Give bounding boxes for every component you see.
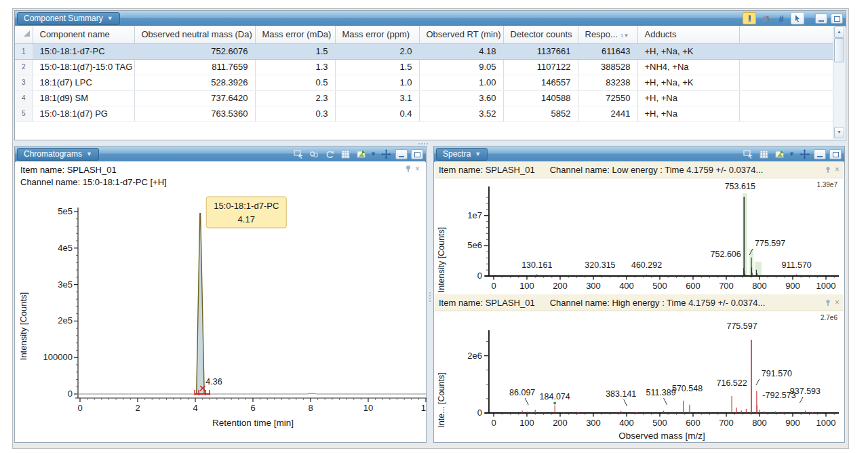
svg-text:130.161: 130.161 <box>521 260 552 270</box>
svg-text:12: 12 <box>421 403 427 413</box>
chromatograms-menu[interactable]: Chromatograms ▼ <box>17 148 99 161</box>
corner-triangle-icon <box>22 28 31 38</box>
show-table-icon[interactable] <box>757 149 770 159</box>
show-table-icon[interactable] <box>339 149 351 159</box>
svg-text:300: 300 <box>586 281 601 291</box>
close-icon[interactable]: × <box>835 299 840 306</box>
column-header-label: Detector counts <box>511 29 572 39</box>
column-header-8[interactable]: Adducts <box>637 26 739 43</box>
svg-text:400: 400 <box>619 418 634 428</box>
undo-zoom-icon[interactable] <box>323 149 336 159</box>
high-energy-header: Item name: SPLASH_01 Channel name: High … <box>435 294 844 311</box>
highlight-component-icon[interactable] <box>743 12 756 24</box>
table-cell: 3.52 <box>419 106 503 121</box>
table-cell: 811.7659 <box>134 59 255 75</box>
horizontal-splitter[interactable] <box>14 140 846 146</box>
table-cell: 763.5360 <box>134 106 255 121</box>
table-cell: 2441 <box>578 106 637 121</box>
vertical-splitter[interactable] <box>427 146 433 443</box>
column-header-5[interactable]: Observed RT (min) <box>419 26 503 43</box>
pin-icon[interactable] <box>825 166 831 174</box>
chromatograms-title: Chromatograms <box>24 149 82 159</box>
row-number: 2 <box>15 59 33 75</box>
export-dropdown-icon[interactable]: ▼ <box>370 151 376 157</box>
table-cell: 5852 <box>503 106 578 121</box>
svg-text:500: 500 <box>652 281 667 291</box>
table-cell: 140588 <box>503 90 578 106</box>
pin-icon[interactable] <box>825 299 831 307</box>
table-cell: 1107122 <box>503 59 578 75</box>
svg-text:716.522: 716.522 <box>717 378 747 388</box>
table-cell: 2.3 <box>255 90 335 106</box>
splitter-grip[interactable] <box>414 142 432 145</box>
table-cell: 611643 <box>578 43 637 59</box>
scroll-up-button[interactable]: ▲ <box>834 26 844 38</box>
svg-text:2e6: 2e6 <box>467 351 482 361</box>
svg-text:15:0-18:1-d7-PC: 15:0-18:1-d7-PC <box>214 201 279 211</box>
spectra-menu[interactable]: Spectra ▼ <box>436 148 488 161</box>
pin-icon[interactable] <box>405 165 412 173</box>
svg-text:0: 0 <box>68 389 73 399</box>
table-cell: 1.5 <box>255 43 335 59</box>
high-energy-spectrum-plot[interactable]: 02e601002003004005006007008009001000Inte… <box>435 311 845 441</box>
select-all-corner[interactable] <box>15 26 33 43</box>
minimize-button[interactable] <box>815 14 827 24</box>
legend-icon[interactable] <box>760 13 772 24</box>
low-energy-spectrum-plot[interactable]: 05e61e701002003004005006007008009001000I… <box>435 178 845 294</box>
svg-text:2: 2 <box>135 403 140 413</box>
restore-button[interactable] <box>411 149 423 159</box>
table-row[interactable]: 418:1(d9) SM737.64202.33.13.601405887255… <box>15 90 834 106</box>
table-scrollbar[interactable]: ▲ ▼ <box>833 26 845 139</box>
link-plots-icon[interactable] <box>308 149 320 159</box>
splitter-grip[interactable] <box>428 288 431 306</box>
summary-table: Component nameObserved neutral mass (Da)… <box>15 26 834 122</box>
pointer-tool-icon[interactable] <box>791 12 804 24</box>
svg-text:0: 0 <box>477 271 482 281</box>
table-row[interactable]: 215:0-18:1(d7)-15:0 TAG811.76591.31.59.0… <box>15 59 834 75</box>
plot-controls: × <box>405 165 420 173</box>
zoom-select-icon[interactable] <box>742 149 754 159</box>
table-row[interactable]: 515:0-18:1(d7) PG763.53600.30.43.5258522… <box>15 106 834 121</box>
svg-text:Observed mass [m/z]: Observed mass [m/z] <box>618 431 705 441</box>
scroll-down-button[interactable]: ▼ <box>834 127 844 138</box>
svg-text:3e5: 3e5 <box>58 279 73 290</box>
table-row[interactable]: 318:1(d7) LPC528.39260.51.01.00146557832… <box>15 75 834 90</box>
close-icon[interactable]: × <box>415 165 420 172</box>
close-icon[interactable]: × <box>835 166 840 173</box>
column-header-1[interactable]: Component name <box>33 26 134 43</box>
export-image-icon[interactable] <box>773 149 785 159</box>
table-cell: 528.3926 <box>134 75 255 90</box>
column-header-7[interactable]: Respo...1▼ <box>578 26 637 43</box>
restore-button[interactable] <box>831 14 843 24</box>
component-summary-menu[interactable]: Component Summary ▼ <box>17 12 120 25</box>
svg-text:383.141: 383.141 <box>606 389 636 399</box>
chromatogram-plot[interactable]: 01000002e53e54e55e5Intensity [Counts]024… <box>16 187 427 442</box>
pan-icon[interactable] <box>798 149 810 159</box>
column-header-4[interactable]: Mass error (ppm) <box>335 26 419 43</box>
svg-text:200: 200 <box>553 281 568 291</box>
table-cell: 0.5 <box>255 75 335 90</box>
svg-text:775.597: 775.597 <box>726 321 757 331</box>
table-row[interactable]: 115:0-18:1-d7-PC752.60761.52.04.18113766… <box>15 43 834 59</box>
restore-button[interactable] <box>829 149 842 159</box>
export-dropdown-icon[interactable]: ▼ <box>789 151 795 157</box>
column-header-3[interactable]: Mass error (mDa) <box>255 26 335 43</box>
minimize-button[interactable] <box>814 149 826 159</box>
svg-text:200: 200 <box>553 418 568 428</box>
export-image-icon[interactable] <box>355 149 367 159</box>
pan-icon[interactable] <box>380 149 392 159</box>
svg-text:600: 600 <box>686 418 701 428</box>
minimize-button[interactable] <box>395 149 408 159</box>
table-cell: 15:0-18:1(d7)-15:0 TAG <box>33 59 134 75</box>
row-number: 3 <box>15 75 33 90</box>
scroll-thumb[interactable] <box>834 38 844 62</box>
table-cell: 1.00 <box>419 75 503 90</box>
svg-text:1000: 1000 <box>816 281 836 291</box>
number-format-icon[interactable]: # <box>775 13 787 24</box>
svg-text:4.17: 4.17 <box>238 214 255 224</box>
column-header-2[interactable]: Observed neutral mass (Da) <box>134 26 255 43</box>
column-header-label: Observed neutral mass (Da) <box>142 29 252 39</box>
svg-text:4e5: 4e5 <box>58 243 73 253</box>
zoom-select-icon[interactable] <box>292 149 304 159</box>
column-header-6[interactable]: Detector counts <box>503 26 578 43</box>
